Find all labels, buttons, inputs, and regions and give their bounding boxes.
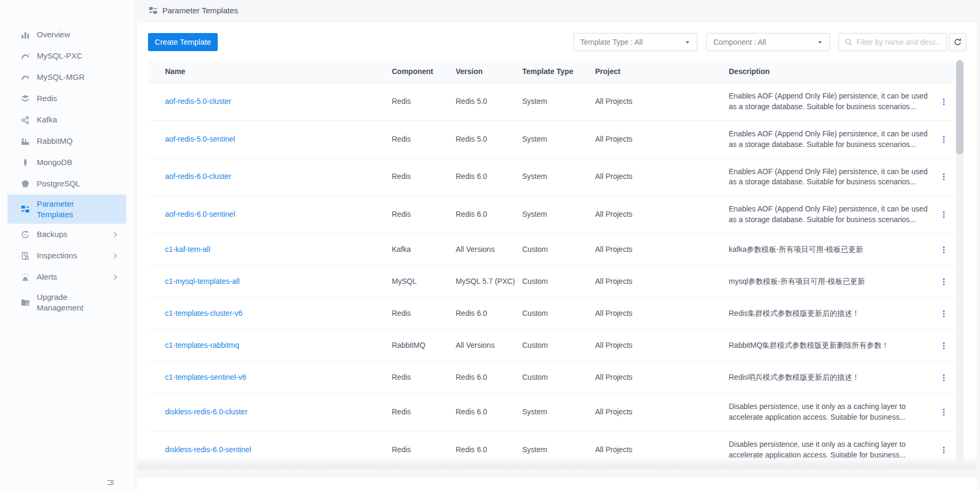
row-actions-button[interactable] bbox=[937, 406, 950, 419]
version-cell: Redis 6.0 bbox=[456, 364, 522, 391]
sidebar-item-label: PostgreSQL bbox=[37, 174, 80, 193]
table-row: diskless-redis-6.0-clusterRedisRedis 6.0… bbox=[148, 394, 954, 431]
sidebar-item-alerts[interactable]: Alerts bbox=[7, 266, 126, 288]
kebab-icon bbox=[940, 373, 948, 382]
template-type-cell: Custom bbox=[522, 364, 595, 391]
version-cell: Redis 6.0 bbox=[456, 437, 522, 463]
row-actions-button[interactable] bbox=[937, 95, 950, 108]
row-actions-button[interactable] bbox=[937, 170, 950, 183]
template-name-link[interactable]: diskless-redis-6.0-sentinel bbox=[165, 445, 251, 454]
sidebar-item-label: Inspections bbox=[37, 246, 77, 265]
templates-table: NameComponentVersionTemplate TypeProject… bbox=[148, 60, 954, 469]
template-name-link[interactable]: diskless-redis-6.0-cluster bbox=[165, 407, 248, 416]
template-name-link[interactable]: c1-kaf-tem-all bbox=[165, 245, 210, 254]
component-cell: Redis bbox=[392, 364, 456, 391]
table-row: c1-templates-rabbitmqRabbitMQAll Version… bbox=[148, 330, 954, 362]
mysql-icon bbox=[20, 52, 30, 61]
sidebar-item-inspections[interactable]: Inspections bbox=[7, 245, 126, 266]
template-type-cell: Custom bbox=[522, 268, 595, 295]
description-cell: RabbitMQ集群模式参数模版更新删除所有参数！ bbox=[729, 332, 937, 359]
description-cell: Redis集群模式参数模版更新后的描述！ bbox=[729, 300, 937, 327]
template-name-link[interactable]: aof-redis-6.0-cluster bbox=[165, 172, 232, 181]
template-type-cell: Custom bbox=[522, 300, 595, 327]
row-actions-button[interactable] bbox=[937, 371, 950, 384]
sidebar-item-rabbitmq[interactable]: RabbitMQ bbox=[7, 130, 126, 152]
component-dropdown[interactable]: Component : All bbox=[706, 33, 830, 51]
row-actions-button[interactable] bbox=[937, 275, 950, 288]
sidebar-item-backups[interactable]: Backups bbox=[7, 224, 126, 245]
row-actions-button[interactable] bbox=[937, 339, 950, 352]
template-type-dropdown[interactable]: Template Type : All bbox=[573, 33, 697, 51]
description-cell: Enables AOF (Append Only File) persisten… bbox=[729, 196, 937, 233]
refresh-button[interactable] bbox=[949, 33, 966, 51]
template-name-link[interactable]: aof-redis-6.0-sentinel bbox=[165, 210, 235, 218]
row-actions-button[interactable] bbox=[937, 444, 950, 456]
sidebar-item-parameter-templates[interactable]: Parameter Templates bbox=[7, 194, 126, 224]
component-cell: MySQL bbox=[392, 268, 456, 295]
description-cell: Disables persistence, use it only as a c… bbox=[729, 394, 937, 431]
description-cell: Enables AOF (Append Only File) persisten… bbox=[729, 121, 937, 158]
kebab-icon bbox=[940, 210, 948, 219]
version-cell: Redis 6.0 bbox=[456, 399, 522, 426]
column-header-version: Version bbox=[456, 67, 522, 76]
sidebar-item-mysql-mgr[interactable]: MySQL-MGR bbox=[7, 67, 126, 88]
sidebar-item-label: Redis bbox=[37, 89, 57, 108]
template-name-link[interactable]: aof-redis-5.0-cluster bbox=[165, 97, 232, 105]
kebab-icon bbox=[940, 173, 948, 181]
template-name-link[interactable]: aof-redis-5.0-sentinel bbox=[165, 135, 235, 143]
sidebar-item-mongodb[interactable]: MongoDB bbox=[7, 152, 126, 173]
chevron-right-icon bbox=[110, 274, 120, 281]
version-cell: Redis 5.0 bbox=[456, 88, 522, 115]
sidebar-item-postgresql[interactable]: PostgreSQL bbox=[7, 173, 126, 194]
sidebar-item-label: MySQL-PXC bbox=[37, 46, 83, 66]
table-row: diskless-redis-6.0-sentinelRedisRedis 6.… bbox=[148, 431, 954, 469]
description-cell: Disables persistence, use it only as a c… bbox=[729, 431, 937, 469]
sidebar-item-kafka[interactable]: Kafka bbox=[7, 109, 126, 130]
row-actions-button[interactable] bbox=[937, 208, 950, 221]
template-name-link[interactable]: c1-templates-rabbitmq bbox=[165, 341, 239, 349]
component-cell: Redis bbox=[392, 300, 456, 327]
table-row: aof-redis-6.0-clusterRedisRedis 6.0Syste… bbox=[148, 159, 954, 197]
create-template-button[interactable]: Create Template bbox=[148, 33, 218, 51]
table-scrollbar[interactable] bbox=[956, 60, 963, 469]
kebab-icon bbox=[940, 341, 948, 350]
collapse-sidebar-icon bbox=[106, 478, 115, 487]
table-row: c1-templates-cluster-v6RedisRedis 6.0Cus… bbox=[148, 298, 954, 330]
version-cell: Redis 6.0 bbox=[456, 201, 522, 228]
sidebar-item-redis[interactable]: Redis bbox=[7, 88, 126, 109]
mongodb-icon bbox=[20, 158, 30, 167]
sidebar-item-mysql-pxc[interactable]: MySQL-PXC bbox=[7, 45, 126, 67]
description-cell: mysql参数模板-所有项目可用-模板已更新 bbox=[729, 268, 937, 295]
scrollbar-thumb[interactable] bbox=[956, 60, 963, 154]
template-name-link[interactable]: c1-templates-cluster-v6 bbox=[165, 309, 243, 317]
template-type-cell: Custom bbox=[522, 332, 595, 359]
template-name-link[interactable]: c1-templates-sentinel-v6 bbox=[165, 373, 246, 381]
row-actions-button[interactable] bbox=[937, 133, 950, 146]
sidebar-item-overview[interactable]: Overview bbox=[7, 24, 126, 45]
backups-icon bbox=[20, 230, 30, 239]
version-cell: All Versions bbox=[456, 332, 522, 359]
mysql-icon bbox=[20, 73, 30, 82]
overview-icon bbox=[20, 30, 30, 39]
project-cell: All Projects bbox=[595, 437, 729, 463]
collapse-sidebar-button[interactable] bbox=[106, 478, 115, 488]
template-name-link[interactable]: c1-mysql-templates-all bbox=[165, 277, 240, 285]
component-cell: RabbitMQ bbox=[392, 332, 456, 359]
table-row: c1-templates-sentinel-v6RedisRedis 6.0Cu… bbox=[148, 362, 954, 394]
version-cell: Redis 6.0 bbox=[456, 164, 522, 190]
project-cell: All Projects bbox=[595, 126, 729, 153]
version-cell: Redis 5.0 bbox=[456, 126, 522, 153]
search-icon bbox=[844, 38, 853, 46]
row-actions-button[interactable] bbox=[937, 307, 950, 320]
project-cell: All Projects bbox=[595, 268, 729, 295]
search-input[interactable] bbox=[857, 38, 941, 46]
upgrade-management-icon bbox=[20, 298, 30, 307]
kebab-icon bbox=[940, 446, 948, 454]
sidebar-item-upgrade-management[interactable]: Upgrade Management bbox=[7, 288, 126, 317]
component-cell: Redis bbox=[392, 437, 456, 463]
pagination-bar bbox=[137, 478, 977, 490]
version-cell: All Versions bbox=[456, 236, 522, 263]
alerts-icon bbox=[20, 273, 30, 282]
project-cell: All Projects bbox=[595, 399, 729, 426]
row-actions-button[interactable] bbox=[937, 243, 950, 256]
